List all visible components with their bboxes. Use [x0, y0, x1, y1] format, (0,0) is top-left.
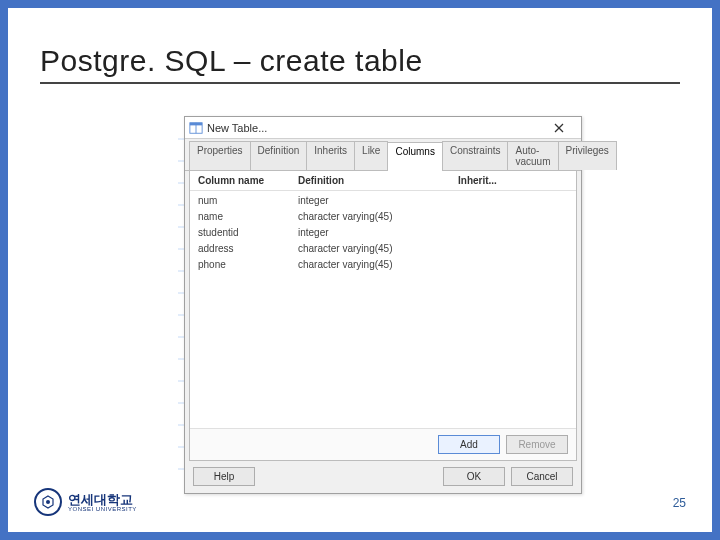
- header-definition: Definition: [298, 175, 458, 186]
- cell-name: phone: [198, 258, 298, 272]
- dialog-title-text: New Table...: [207, 122, 541, 134]
- cell-inh: [458, 242, 568, 256]
- table-icon: [189, 121, 203, 135]
- logo-kr: 연세대학교: [68, 493, 137, 506]
- tab-privileges[interactable]: Privileges: [558, 141, 617, 170]
- columns-panel-buttons: Add Remove: [190, 428, 576, 460]
- slide-frame: Postgre. SQL – create table New Table...…: [0, 0, 720, 540]
- svg-point-5: [46, 500, 50, 504]
- table-row[interactable]: address character varying(45): [190, 241, 576, 257]
- columns-header-row: Column name Definition Inherit...: [190, 171, 576, 191]
- tab-columns[interactable]: Columns: [387, 142, 442, 171]
- cell-name: studentid: [198, 226, 298, 240]
- dialog-titlebar: New Table...: [185, 117, 581, 139]
- table-row[interactable]: name character varying(45): [190, 209, 576, 225]
- columns-panel: Column name Definition Inherit... num in…: [189, 171, 577, 461]
- add-button[interactable]: Add: [438, 435, 500, 454]
- logo-text: 연세대학교 YONSEI UNIVERSITY: [68, 493, 137, 512]
- table-row[interactable]: studentid integer: [190, 225, 576, 241]
- close-icon: [554, 123, 564, 133]
- cell-name: name: [198, 210, 298, 224]
- dialog-tabs: Properties Definition Inherits Like Colu…: [185, 139, 581, 171]
- cell-name: num: [198, 194, 298, 208]
- columns-list[interactable]: num integer name character varying(45) s…: [190, 191, 576, 428]
- cell-def: integer: [298, 194, 458, 208]
- remove-button[interactable]: Remove: [506, 435, 568, 454]
- cell-def: character varying(45): [298, 210, 458, 224]
- cell-def: character varying(45): [298, 242, 458, 256]
- ok-button[interactable]: OK: [443, 467, 505, 486]
- header-inherit: Inherit...: [458, 175, 568, 186]
- cancel-button[interactable]: Cancel: [511, 467, 573, 486]
- cell-inh: [458, 194, 568, 208]
- help-button[interactable]: Help: [193, 467, 255, 486]
- cell-def: integer: [298, 226, 458, 240]
- cell-inh: [458, 226, 568, 240]
- new-table-dialog: New Table... Properties Definition Inher…: [184, 116, 582, 494]
- tab-properties[interactable]: Properties: [189, 141, 251, 170]
- table-row[interactable]: phone character varying(45): [190, 257, 576, 273]
- header-column-name: Column name: [198, 175, 298, 186]
- cell-name: address: [198, 242, 298, 256]
- university-seal-icon: [34, 488, 62, 516]
- cell-inh: [458, 210, 568, 224]
- tab-constraints[interactable]: Constraints: [442, 141, 509, 170]
- tab-inherits[interactable]: Inherits: [306, 141, 355, 170]
- dialog-footer-buttons: Help OK Cancel: [185, 461, 581, 492]
- tab-like[interactable]: Like: [354, 141, 388, 170]
- logo-en: YONSEI UNIVERSITY: [68, 506, 137, 512]
- cell-def: character varying(45): [298, 258, 458, 272]
- title-area: Postgre. SQL – create table: [40, 44, 680, 84]
- slide-title: Postgre. SQL – create table: [40, 44, 680, 84]
- page-number: 25: [673, 496, 686, 510]
- close-button[interactable]: [541, 119, 577, 137]
- table-row[interactable]: num integer: [190, 193, 576, 209]
- cell-inh: [458, 258, 568, 272]
- tab-definition[interactable]: Definition: [250, 141, 308, 170]
- tab-autovacuum[interactable]: Auto-vacuum: [507, 141, 558, 170]
- footer-logo: 연세대학교 YONSEI UNIVERSITY: [34, 488, 137, 516]
